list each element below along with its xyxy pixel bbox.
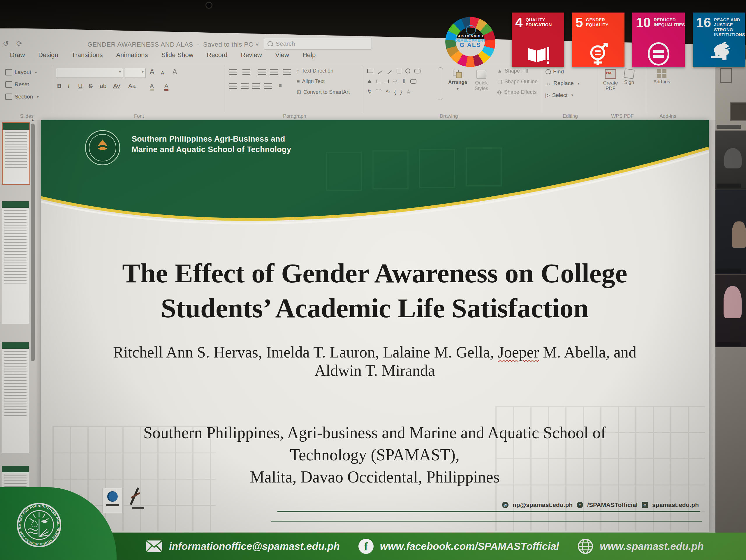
thumbnail-panel: ▲ [0,120,37,533]
globe-icon: ⊕ [642,502,648,508]
certification-logo-pab [128,487,149,513]
editing-group: Find ↔Replace ▷Select Editing [546,63,595,120]
font-group-label: Font [56,113,222,119]
divider [646,66,646,113]
bold-icon[interactable] [57,83,61,89]
slide-title-line-1: The Effect of Gender Awareness on Colleg… [41,257,709,289]
font-name-combobox[interactable] [56,68,123,78]
webcam-dot [205,2,212,9]
slide-thumbnail-2[interactable] [2,201,29,324]
slide-thumbnail-3[interactable] [2,342,29,453]
tab-view[interactable]: View [276,51,289,59]
undo-icon[interactable]: ↺ [3,40,9,48]
section-icon [5,93,12,100]
character-spacing-icon[interactable] [113,83,120,89]
convert-smartart-button[interactable]: ⊞Convert to SmartArt [297,89,350,95]
tab-record[interactable]: Record [207,51,228,59]
envelope-icon [146,540,163,553]
shape-outline-button[interactable]: ▢Shape Outline [497,78,538,85]
underline-icon[interactable] [78,83,83,89]
paragraph-group-label: Paragraph [229,113,360,119]
sign-button[interactable]: Sign [624,69,634,85]
tab-slide-show[interactable]: Slide Show [161,51,193,59]
shape-gallery-row-2[interactable]: ⇨⇩ [367,78,434,84]
wps-pdf-group: Create PDF Sign WPS PDF [602,63,643,120]
select-icon: ▷ [546,92,550,98]
bullets-icon[interactable] [229,69,237,75]
chevron-down-icon: ▾ [457,86,459,92]
slides-group: Layout Reset Section Slides [3,63,50,120]
align-right-icon[interactable] [252,83,260,89]
select-button[interactable]: ▷Select [546,92,573,98]
editing-group-label: Editing [546,113,595,119]
addins-group: Add-ins Add-ins [651,63,685,120]
thumbnail-scroll-up-icon[interactable]: ▲ [31,118,35,122]
sdg-badge-5: 5 GENDEREQUALITY [572,12,625,67]
text-direction-button[interactable]: ↕Text Direction [297,68,333,74]
slide-thumbnail-1-selected[interactable] [2,122,30,185]
section-button[interactable]: Section [5,93,39,100]
decrease-font-icon[interactable] [161,69,164,76]
footer-email: informationoffice@spamast.edu.ph [146,540,340,553]
divider [225,66,225,113]
change-case-icon[interactable] [128,83,136,89]
spamast-seal-small [84,129,121,166]
email-icon: @ [502,502,509,508]
text-shadow-icon[interactable] [100,83,106,89]
strikethrough-icon[interactable] [89,83,93,89]
tab-draw[interactable]: Draw [10,51,25,59]
arrange-button[interactable]: Arrange ▾ [448,70,467,92]
slide-authors-line-1: Ritchell Ann S. Hervas, Imelda T. Lauron… [41,343,709,361]
justify-icon[interactable] [264,83,272,89]
align-text-button[interactable]: ≡Align Text [297,78,325,85]
search-icon [267,41,273,46]
slide-footer-rule-thin [271,521,702,522]
facebook-icon: f [577,502,583,508]
quick-styles-button[interactable]: Quick Styles [472,70,491,91]
tab-design[interactable]: Design [38,51,58,59]
slide-footer-rule-thick [278,511,700,512]
increase-font-icon[interactable] [150,68,154,76]
gender-equality-icon [572,43,625,65]
line-spacing-icon[interactable] [283,69,291,75]
reset-icon [5,81,12,88]
columns-icon[interactable]: ≡ [279,83,282,88]
increase-indent-icon[interactable] [270,69,278,75]
shape-effects-button[interactable]: ◍Shape Effects [497,89,537,95]
ribbon: Layout Reset Section Slides [0,63,715,121]
font-size-combobox[interactable] [125,68,146,78]
tab-animations[interactable]: Animations [116,51,148,59]
italic-icon[interactable] [67,83,70,90]
clear-formatting-icon[interactable] [173,68,177,76]
search-placeholder: Search [276,40,295,47]
thumbnail-scrollbar[interactable] [31,123,35,361]
shape-gallery-row-3[interactable]: ↯⌒∿ {}☆ [367,89,434,95]
slide-authors-line-2: Aldwin T. Miranda [41,361,709,380]
highlight-color-icon[interactable] [150,83,154,89]
background-building-right [495,406,705,531]
tab-transitions[interactable]: Transitions [72,51,103,59]
participant-tile [715,189,746,274]
numbering-icon[interactable] [242,69,250,75]
tab-review[interactable]: Review [241,51,262,59]
tab-help[interactable]: Help [303,51,316,59]
search-input[interactable]: Search [264,38,372,50]
layout-button[interactable]: Layout [5,69,37,76]
sdg-badge-10: 10 REDUCEDINEQUALITIES [632,12,685,67]
reset-button[interactable]: Reset [5,81,29,88]
font-color-icon[interactable] [164,83,168,89]
align-left-icon[interactable] [229,83,237,89]
shape-gallery-row-1[interactable] [367,68,434,73]
certification-logo-left [103,488,122,513]
shape-gallery-scrollbar[interactable] [438,67,443,100]
save-icon[interactable]: ⟳ [16,40,22,48]
slide-workspace: ▲ [0,120,715,533]
align-text-icon: ≡ [297,78,300,85]
drawing-group-label: Drawing [367,113,530,119]
slides-group-label: Slides [3,113,50,119]
decrease-indent-icon[interactable] [258,69,266,75]
create-pdf-button[interactable]: Create PDF [602,69,619,91]
drawing-group: ⇨⇩ ↯⌒∿ {}☆ Arrange ▾ Quick Styles ▲Sh [367,63,530,120]
replace-button[interactable]: ↔Replace [546,80,579,87]
align-center-icon[interactable] [241,83,249,89]
